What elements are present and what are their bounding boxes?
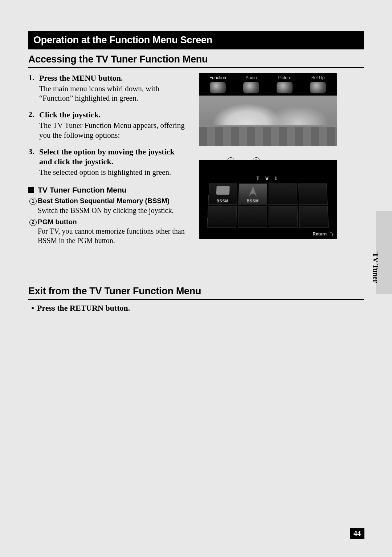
- side-section-tab: TV Tuner: [376, 211, 392, 294]
- grid-cell-empty: [269, 206, 298, 228]
- step-body: The selected option is highlighted in gr…: [39, 167, 188, 177]
- step-title: Select the option by moving the joystick…: [39, 147, 188, 167]
- sub-heading-text: TV Tuner Function Menu: [38, 186, 127, 194]
- right-column: Function Audio Picture Set Up: [199, 73, 344, 246]
- grid-cell-bssm: BSSM: [208, 183, 237, 205]
- sub-heading: TV Tuner Function Menu: [28, 186, 188, 194]
- bssm-icon: [216, 186, 230, 195]
- steps-list: 1. Press the MENU button. The main menu …: [28, 73, 188, 177]
- menu-item-function: Function: [203, 75, 232, 93]
- menu-label: Audio: [237, 75, 266, 80]
- picture-icon: [277, 82, 293, 93]
- step-1: 1. Press the MENU button. The main menu …: [28, 73, 188, 103]
- cell-label: BSSM: [239, 199, 267, 203]
- step-2: 2. Click the joystick. The TV Tuner Func…: [28, 110, 188, 140]
- grid-cell-empty: [269, 183, 297, 205]
- step-number: 1.: [28, 73, 39, 83]
- circled-body: Switch the BSSM ON by clicking the joyst…: [38, 206, 188, 215]
- left-column: 1. Press the MENU button. The main menu …: [28, 73, 188, 246]
- two-column-layout: 1. Press the MENU button. The main menu …: [28, 73, 364, 246]
- return-label: Return: [313, 231, 327, 237]
- circled-item-1: 1 Best Station Sequential Memory (BSSM) …: [28, 197, 188, 215]
- menu-item-setup: Set Up: [303, 75, 332, 93]
- exit-instruction: Press the RETURN button.: [37, 303, 130, 313]
- screenshot-background: [199, 96, 337, 146]
- square-bullet-icon: [28, 187, 34, 193]
- step-body: The TV Tuner Function Menu appears, offe…: [39, 121, 188, 140]
- step-body: The main menu icons whirl down, with “Fu…: [39, 84, 188, 104]
- header-bar: Operation at the Function Menu Screen: [28, 31, 364, 49]
- function-icon: [210, 82, 226, 93]
- screenshot-function-menu-wrap: 1 2 T V 1 BSSM BSSM: [199, 160, 337, 239]
- grid-cell-empty: [238, 206, 267, 228]
- menu-label: Set Up: [303, 75, 332, 80]
- grid-cell-empty: [299, 206, 329, 228]
- return-indicator: Return: [313, 231, 333, 237]
- step-title: Press the MENU button.: [39, 73, 123, 83]
- function-grid: BSSM BSSM: [207, 183, 329, 228]
- grid-cell-empty: [207, 206, 237, 228]
- page-content: Operation at the Function Menu Screen Ac…: [28, 31, 364, 313]
- circled-body: For TV, you cannot memorize functions ot…: [38, 227, 188, 245]
- menu-label: Function: [203, 75, 232, 80]
- main-menu-bar: Function Audio Picture Set Up: [199, 73, 337, 96]
- bullet-dot-icon: •: [28, 303, 37, 313]
- side-section-label: TV Tuner: [371, 253, 380, 283]
- setup-icon: [310, 82, 326, 93]
- cell-label: BSSM: [208, 199, 236, 203]
- return-arrow-icon: [328, 231, 334, 237]
- circled-number-icon: 1: [28, 197, 38, 205]
- section-accessing-title: Accessing the TV Tuner Function Menu: [28, 54, 364, 68]
- step-number: 3.: [28, 147, 39, 167]
- section-exit-title: Exit from the TV Tuner Function Menu: [28, 286, 364, 300]
- circled-title: Best Station Sequential Memory (BSSM): [38, 197, 170, 205]
- pgm-icon: [246, 186, 260, 197]
- grid-cell-empty: [298, 183, 328, 205]
- menu-item-audio: Audio: [237, 75, 266, 93]
- circled-title: PGM button: [38, 218, 77, 226]
- grid-cell-pgm: BSSM: [238, 183, 267, 205]
- exit-bullet: • Press the RETURN button.: [28, 303, 364, 313]
- menu-label: Picture: [270, 75, 299, 80]
- circled-item-2: 2 PGM button For TV, you cannot memorize…: [28, 218, 188, 246]
- screenshot-function-menu: T V 1 BSSM BSSM: [199, 160, 337, 239]
- tv-title: T V 1: [256, 175, 279, 181]
- step-title: Click the joystick.: [39, 110, 101, 120]
- screenshot-main-menu: Function Audio Picture Set Up: [199, 73, 337, 146]
- audio-icon: [243, 82, 259, 93]
- page-number: 44: [350, 528, 364, 539]
- step-3: 3. Select the option by moving the joyst…: [28, 147, 188, 177]
- circled-number-icon: 2: [28, 218, 38, 226]
- step-number: 2.: [28, 110, 39, 120]
- menu-item-picture: Picture: [270, 75, 299, 93]
